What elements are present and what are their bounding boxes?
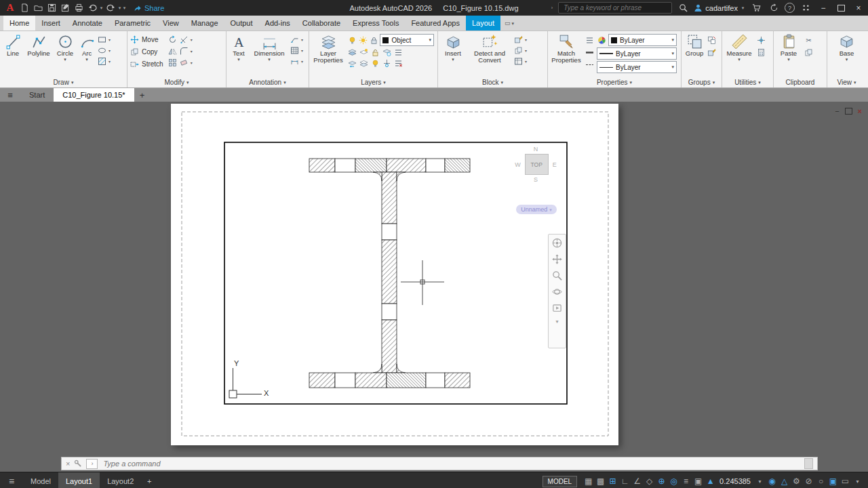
panel-title-utilities[interactable]: Utilities▾: [722, 77, 773, 87]
redo-caret-icon[interactable]: ▾: [117, 5, 122, 11]
ribbon-tab-view[interactable]: View: [157, 16, 185, 30]
layer-on-icon[interactable]: [370, 58, 380, 68]
quick-calc-icon[interactable]: [756, 47, 766, 57]
match-properties-button[interactable]: Match Properties: [550, 33, 583, 64]
rotate-icon[interactable]: [167, 35, 178, 44]
command-line-bar[interactable]: × ›: [61, 457, 818, 470]
stretch-button[interactable]: Stretch: [130, 59, 163, 69]
copy-button[interactable]: Copy: [130, 47, 163, 57]
layer-lock-icon[interactable]: [369, 35, 378, 45]
clean-screen-icon[interactable]: ▭: [840, 474, 851, 488]
sync-icon[interactable]: [767, 1, 781, 14]
rectangle-caret-icon[interactable]: ▾: [108, 37, 111, 42]
linetype-select[interactable]: ByLayer ▾: [597, 61, 677, 73]
array-caret-icon[interactable]: ▾: [191, 60, 193, 65]
polyline-button[interactable]: Polyline: [24, 33, 53, 57]
line-button[interactable]: Line: [2, 33, 24, 57]
panel-title-view[interactable]: View▾: [827, 77, 866, 87]
panel-title-draw[interactable]: Draw▾: [0, 77, 127, 87]
polar-tracking-icon[interactable]: ∠: [631, 474, 643, 488]
fillet-caret-icon[interactable]: ▾: [191, 49, 193, 54]
ribbon-tab-output[interactable]: Output: [224, 16, 259, 30]
base-button[interactable]: Base ▾: [833, 33, 861, 62]
trim-caret-icon[interactable]: ▾: [191, 37, 193, 42]
pan-icon[interactable]: [552, 254, 562, 264]
drawing-area[interactable]: Y X N W TOP E S Unnamed ▾: [0, 102, 868, 472]
search-icon[interactable]: [676, 1, 690, 14]
block-create-caret-icon[interactable]: ▾: [525, 37, 527, 42]
layout-tabs-menu-icon[interactable]: ≡: [0, 472, 23, 488]
viewcube-south-label[interactable]: S: [534, 176, 538, 183]
lineweight-display-icon[interactable]: ≡: [680, 474, 692, 488]
panel-title-annotation[interactable]: Annotation▾: [226, 77, 309, 87]
document-close-button[interactable]: ×: [858, 107, 862, 115]
ortho-icon[interactable]: ∟: [619, 474, 631, 488]
close-window-button[interactable]: ×: [852, 0, 865, 16]
ribbon-tab-layout[interactable]: Layout: [466, 16, 500, 30]
dynamic-input-icon[interactable]: ⊞: [607, 474, 618, 488]
ribbon-tab-collaborate[interactable]: Collaborate: [296, 16, 347, 30]
insert-button[interactable]: Insert ▾: [440, 33, 466, 62]
search-box[interactable]: [558, 2, 672, 14]
file-tabs-menu-icon[interactable]: ≡: [0, 88, 20, 102]
file-tab-active-document[interactable]: C10_Figure 10.15*: [54, 88, 134, 102]
new-file-icon[interactable]: [18, 1, 31, 14]
trim-icon[interactable]: [179, 35, 189, 44]
viewcube-top-face[interactable]: TOP: [525, 154, 549, 175]
viewcube[interactable]: N W TOP E S: [510, 146, 561, 183]
search-input[interactable]: [562, 3, 668, 12]
arc-button[interactable]: Arc ▾: [77, 33, 96, 62]
linear-dimension-caret-icon[interactable]: ▾: [301, 59, 303, 64]
undo-icon[interactable]: [85, 1, 99, 14]
mirror-icon[interactable]: [167, 46, 178, 56]
block-editor-icon[interactable]: [513, 45, 524, 55]
ellipse-caret-icon[interactable]: ▾: [108, 48, 111, 53]
dimension-button[interactable]: Dimension ▾: [251, 33, 288, 62]
object-color-select[interactable]: ByLayer ▾: [608, 34, 677, 46]
cut-icon[interactable]: ✂: [804, 35, 814, 45]
layer-delete-icon[interactable]: [393, 58, 403, 68]
model-tab[interactable]: Model: [23, 472, 58, 488]
new-layout-button[interactable]: +: [141, 472, 157, 488]
new-drawing-tab-button[interactable]: +: [134, 88, 151, 102]
ribbon-tab-express-tools[interactable]: Express Tools: [347, 16, 405, 30]
autocad-logo-icon[interactable]: A: [3, 1, 18, 15]
array-icon[interactable]: [167, 58, 178, 67]
graphics-performance-icon[interactable]: ▣: [827, 474, 839, 488]
layer-states-icon[interactable]: [393, 47, 403, 57]
layer-match-icon[interactable]: [347, 47, 357, 57]
id-point-icon[interactable]: [756, 35, 766, 45]
linear-dimension-icon[interactable]: [290, 56, 300, 66]
orbit-icon[interactable]: [552, 287, 562, 297]
document-minimize-button[interactable]: −: [835, 107, 839, 115]
circle-button[interactable]: Circle ▾: [54, 33, 77, 62]
layer-select[interactable]: Object ▾: [380, 34, 434, 46]
customize-command-line-icon[interactable]: [74, 460, 82, 468]
lineweight-select[interactable]: ByLayer ▾: [597, 47, 677, 60]
ribbon-tab-parametric[interactable]: Parametric: [108, 16, 157, 30]
snap-icon[interactable]: ▩: [595, 474, 606, 488]
measure-button[interactable]: Measure ▾: [724, 33, 754, 62]
layer-previous-icon[interactable]: [347, 58, 357, 68]
viewcube-west-label[interactable]: W: [515, 161, 521, 168]
object-snap-icon[interactable]: ◎: [668, 474, 679, 488]
layer-walk-icon[interactable]: [359, 58, 369, 68]
search-scope-caret-icon[interactable]: ›: [549, 5, 554, 10]
group-button[interactable]: Group: [684, 33, 705, 57]
detect-convert-button[interactable]: Detect and Convert: [469, 33, 511, 64]
layer-off-icon[interactable]: [347, 35, 357, 45]
command-input[interactable]: [102, 459, 800, 468]
leader-icon[interactable]: [290, 35, 300, 44]
group-edit-icon[interactable]: [707, 47, 717, 57]
ungroup-icon[interactable]: [707, 35, 717, 45]
block-editor-caret-icon[interactable]: ▾: [525, 48, 527, 53]
ribbon-tab-addins[interactable]: Add-ins: [259, 16, 296, 30]
layout1-tab[interactable]: Layout1: [58, 472, 100, 488]
rectangle-icon[interactable]: [97, 35, 107, 44]
user-account-button[interactable]: cadartifex ▾: [694, 3, 745, 12]
grid-icon[interactable]: ▦: [583, 474, 594, 488]
layout2-tab[interactable]: Layout2: [100, 472, 141, 488]
table-icon[interactable]: [290, 45, 300, 55]
linetype-sample-icon[interactable]: [585, 60, 595, 69]
properties-list-icon[interactable]: [585, 35, 595, 45]
